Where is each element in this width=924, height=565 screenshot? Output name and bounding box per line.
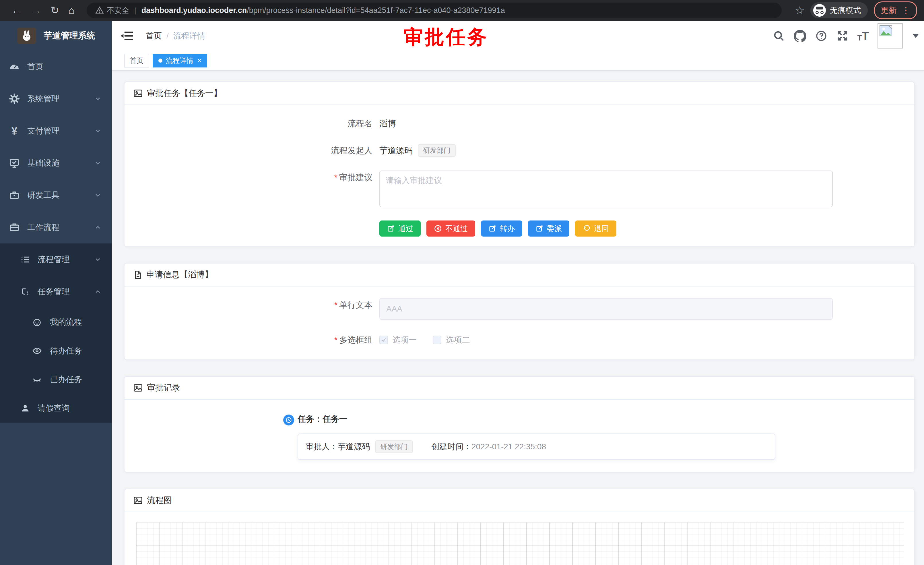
single-text-row: *单行文本 (124, 298, 914, 320)
toolbox-icon (9, 189, 20, 201)
chevron-up-icon (94, 224, 102, 231)
suggestion-textarea[interactable] (380, 171, 833, 207)
screen: ← → ↻ ⌂ 不安全 | dashboard.yudao.iocoder.cn… (0, 0, 924, 565)
avatar-caret-icon[interactable] (912, 34, 919, 38)
delegate-button[interactable]: 委派 (528, 221, 569, 237)
checkbox-option-2: 选项二 (433, 333, 470, 347)
checkbox-unchecked-icon (433, 336, 441, 344)
chevron-up-icon (94, 288, 102, 295)
undo-icon (582, 224, 591, 233)
timeline: 任务：任务一 审批人： 芋道源码 研发部门 创建时间： 2022-01-21 2… (124, 400, 914, 472)
kebab-menu-icon[interactable]: ⋮ (902, 6, 910, 15)
bookmark-star-icon[interactable]: ☆ (795, 4, 805, 17)
workflow-submenu: 流程管理 任务管理 我的流程 (0, 243, 112, 422)
sidebar-item-label: 研发工具 (27, 190, 59, 201)
sidebar-item-infrastructure[interactable]: 基础设施 (0, 147, 112, 179)
sidebar-item-label: 流程管理 (38, 254, 70, 265)
return-button[interactable]: 退回 (575, 221, 616, 237)
sidebar-item-payment[interactable]: ¥ 支付管理 (0, 115, 112, 147)
avatar[interactable] (878, 23, 903, 48)
tag-home[interactable]: 首页 (124, 54, 149, 68)
forward-icon[interactable]: → (31, 5, 41, 15)
sidebar-item-label: 基础设施 (27, 158, 59, 168)
github-icon[interactable] (794, 30, 806, 42)
chevron-down-icon (94, 191, 102, 199)
back-icon[interactable]: ← (12, 5, 22, 15)
sidebar-item-process-mgmt[interactable]: 流程管理 (0, 243, 112, 276)
apply-info-panel: 申请信息【滔博】 *单行文本 *多选框组 (124, 263, 915, 360)
reload-icon[interactable]: ↻ (51, 5, 59, 15)
url-separator: | (134, 6, 136, 15)
initiator-value: 芋道源码 研发部门 (380, 144, 456, 157)
sidebar-item-label: 任务管理 (38, 286, 70, 297)
url-path: /bpm/process-instance/detail?id=54aa251f… (247, 6, 505, 15)
collapse-sidebar-icon[interactable] (120, 30, 133, 42)
font-size-icon[interactable]: TT (857, 30, 869, 42)
approve-buttons-row: 通过 不通过 转办 委派 (380, 221, 914, 237)
sidebar-item-dev-tools[interactable]: 研发工具 (0, 179, 112, 211)
url-domain: dashboard.yudao.iocoder.cn (141, 6, 247, 15)
flow-diagram-panel-header: 流程图 (124, 489, 914, 512)
approve-task-panel-header: 审批任务【任务一】 (124, 82, 914, 105)
created-value: 2022-01-21 22:35:08 (471, 442, 546, 451)
edit-icon (488, 224, 496, 233)
fullscreen-icon[interactable] (836, 30, 849, 42)
bpmn-canvas-grid[interactable] (136, 523, 904, 565)
approve-reject-button[interactable]: 不通过 (426, 221, 475, 237)
red-annotation-text: 审批任务 (404, 24, 488, 50)
edit-icon (387, 224, 395, 233)
sidebar-item-home[interactable]: 首页 (0, 51, 112, 83)
timeline-clock-icon (283, 415, 294, 425)
sidebar: 芋道管理系统 首页 系统管理 ¥ 支付管理 (0, 21, 112, 565)
sidebar-item-done-tasks[interactable]: 已办任务 (0, 365, 112, 394)
app-header: 首页 / 流程详情 审批任务 TT (112, 21, 924, 51)
flow-diagram-panel: 流程图 (124, 488, 915, 565)
sidebar-item-leave-query[interactable]: 请假查询 (0, 394, 112, 422)
required-asterisk: * (334, 173, 338, 182)
panel-title: 申请信息【滔博】 (146, 269, 213, 281)
breadcrumb-separator: / (166, 31, 169, 41)
sidebar-item-workflow[interactable]: 工作流程 (0, 211, 112, 243)
chrome-update-button[interactable]: 更新 ⋮ (874, 2, 917, 19)
department-tag: 研发部门 (375, 440, 413, 453)
search-icon[interactable] (772, 30, 785, 42)
sidebar-item-label: 支付管理 (27, 125, 59, 136)
close-tag-icon[interactable]: × (197, 57, 201, 65)
incognito-icon (813, 4, 826, 17)
sidebar-item-label: 已办任务 (50, 374, 82, 385)
approve-pass-button[interactable]: 通过 (380, 221, 421, 237)
sidebar-item-todo-tasks[interactable]: 待办任务 (0, 337, 112, 365)
single-text-label: *单行文本 (124, 298, 380, 312)
sidebar-menu: 首页 系统管理 ¥ 支付管理 基础设施 (0, 51, 112, 422)
approval-record-card: 审批人： 芋道源码 研发部门 创建时间： 2022-01-21 22:35:08 (298, 434, 776, 460)
assignee-value: 芋道源码 (338, 441, 370, 452)
address-bar[interactable]: 不安全 | dashboard.yudao.iocoder.cn/bpm/pro… (87, 3, 782, 18)
tag-process-detail[interactable]: 流程详情 × (153, 54, 207, 68)
app-logo-row[interactable]: 芋道管理系统 (0, 21, 112, 51)
sidebar-item-task-mgmt[interactable]: 任务管理 (0, 276, 112, 308)
sidebar-item-label: 我的流程 (50, 317, 82, 328)
help-icon[interactable] (815, 30, 828, 42)
list-icon (20, 255, 30, 264)
sidebar-item-my-process[interactable]: 我的流程 (0, 308, 112, 337)
chevron-down-icon (94, 256, 102, 263)
process-name-value: 滔博 (380, 117, 396, 130)
incognito-badge: 无痕模式 (810, 2, 868, 18)
dashboard-icon (9, 61, 20, 72)
approval-records-panel: 审批记录 任务：任务一 审批人： 芋道源码 研发部门 创建时间： 2022-01… (124, 376, 915, 473)
panel-title: 审批记录 (147, 382, 180, 394)
breadcrumb-home[interactable]: 首页 (146, 30, 162, 41)
sidebar-item-system[interactable]: 系统管理 (0, 83, 112, 115)
checkbox-option-1: 选项一 (380, 333, 417, 347)
edit-icon (536, 224, 543, 233)
required-asterisk: * (334, 300, 338, 310)
required-asterisk: * (334, 335, 338, 344)
transfer-button[interactable]: 转办 (481, 221, 522, 237)
approve-task-panel: 审批任务【任务一】 流程名 滔博 流程发起人 芋道源码 研发部门 (124, 81, 915, 247)
user-icon (20, 403, 30, 413)
page-content: 审批任务【任务一】 流程名 滔博 流程发起人 芋道源码 研发部门 (112, 70, 924, 565)
home-icon[interactable]: ⌂ (68, 5, 75, 15)
picture-icon (133, 496, 143, 505)
apply-info-panel-header: 申请信息【滔博】 (124, 263, 914, 287)
security-label[interactable]: 不安全 (107, 6, 129, 15)
